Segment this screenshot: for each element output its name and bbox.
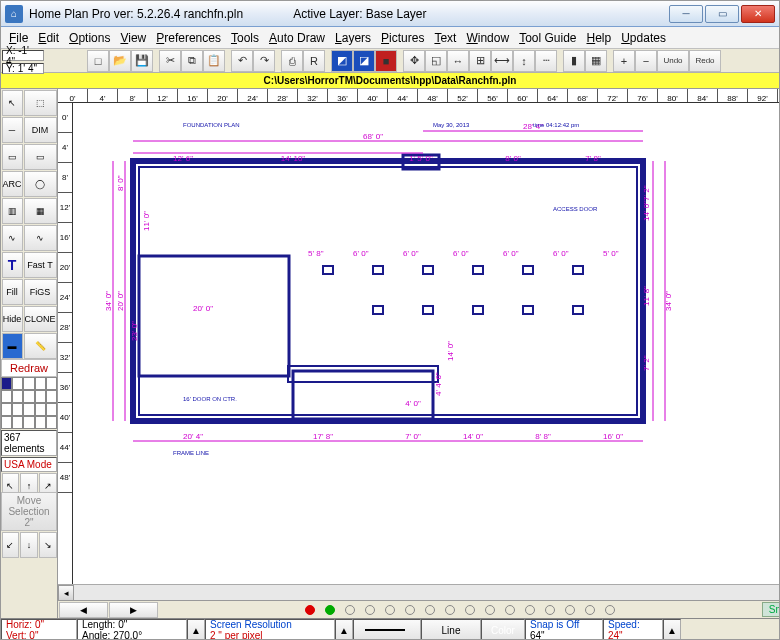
swatch-8[interactable] — [35, 390, 46, 403]
tool-dim[interactable]: DIM — [24, 117, 57, 143]
layer-dot-2[interactable] — [345, 605, 355, 615]
swatch-10[interactable] — [1, 403, 12, 416]
undo-button[interactable]: ↶ — [231, 50, 253, 72]
layer-dot-9[interactable] — [485, 605, 495, 615]
minimize-button[interactable]: ─ — [669, 5, 703, 23]
menu-edit[interactable]: Edit — [38, 31, 59, 45]
layer-dot-15[interactable] — [605, 605, 615, 615]
swatch-2[interactable] — [23, 377, 34, 390]
layer-dot-8[interactable] — [465, 605, 475, 615]
swatch-16[interactable] — [12, 416, 23, 429]
swatch-13[interactable] — [35, 403, 46, 416]
swatch-9[interactable] — [46, 390, 57, 403]
grid-button[interactable]: ▦ — [585, 50, 607, 72]
menu-file[interactable]: File — [9, 31, 28, 45]
swatch-3[interactable] — [35, 377, 46, 390]
menu-pictures[interactable]: Pictures — [381, 31, 424, 45]
tool-curve2[interactable]: ∿ — [24, 225, 57, 251]
nudge-down-left[interactable]: ↙ — [2, 532, 20, 558]
tool-circle[interactable]: ◯ — [24, 171, 57, 197]
tool-figs[interactable]: FiGS — [24, 279, 57, 305]
drawing-canvas[interactable]: 68' 0" 28' 4" 12' 6" 14' 10" 1' 5' 0" 8'… — [73, 103, 780, 584]
maximize-button[interactable]: ▭ — [705, 5, 739, 23]
tool-clone[interactable]: CLONE — [24, 306, 57, 332]
zoom-in-button[interactable]: + — [613, 50, 635, 72]
menu-tools[interactable]: Tools — [231, 31, 259, 45]
center-button[interactable]: ✥ — [403, 50, 425, 72]
layer-dot-0[interactable] — [305, 605, 315, 615]
tool-curve[interactable]: ∿ — [2, 225, 23, 251]
tool-fast-t[interactable]: Fast T — [24, 252, 57, 278]
menu-view[interactable]: View — [120, 31, 146, 45]
handle-button[interactable]: ◱ — [425, 50, 447, 72]
layer-dot-6[interactable] — [425, 605, 435, 615]
tool-b-button[interactable]: ◪ — [353, 50, 375, 72]
swatch-12[interactable] — [23, 403, 34, 416]
col-button[interactable]: ▮ — [563, 50, 585, 72]
swatch-4[interactable] — [46, 377, 57, 390]
swatch-18[interactable] — [35, 416, 46, 429]
tool-hide[interactable]: Hide — [2, 306, 23, 332]
menu-tool-guide[interactable]: Tool Guide — [519, 31, 576, 45]
color-button[interactable]: Color — [481, 619, 525, 640]
dim-h-button[interactable]: ⟷ — [491, 50, 513, 72]
tool-grid[interactable]: ▦ — [24, 198, 57, 224]
swatch-1[interactable] — [12, 377, 23, 390]
layer-dot-7[interactable] — [445, 605, 455, 615]
layer-dot-13[interactable] — [565, 605, 575, 615]
layer-dot-1[interactable] — [325, 605, 335, 615]
scroll-left-icon[interactable]: ◂ — [58, 585, 74, 601]
tool-rect-o[interactable]: ▭ — [24, 144, 57, 170]
arrows-button[interactable]: ↔ — [447, 50, 469, 72]
length-up[interactable]: ▲ — [187, 619, 205, 640]
tool-blue[interactable]: ▬ — [2, 333, 23, 359]
print-button[interactable]: ⎙ — [281, 50, 303, 72]
redraw-button[interactable]: Redraw — [1, 359, 57, 377]
tool-select[interactable]: ⬚ — [24, 90, 57, 116]
redo2-button[interactable]: Redo — [689, 50, 721, 72]
dim-v-button[interactable]: ↕ — [513, 50, 535, 72]
line-style-button[interactable] — [353, 619, 421, 640]
layer-dot-4[interactable] — [385, 605, 395, 615]
swatch-7[interactable] — [23, 390, 34, 403]
save-button[interactable]: 💾 — [131, 50, 153, 72]
swatch-14[interactable] — [46, 403, 57, 416]
layer-dot-10[interactable] — [505, 605, 515, 615]
tool-rect[interactable]: ▭ — [2, 144, 23, 170]
menu-window[interactable]: Window — [466, 31, 509, 45]
layer-dot-14[interactable] — [585, 605, 595, 615]
menu-help[interactable]: Help — [587, 31, 612, 45]
swatch-15[interactable] — [1, 416, 12, 429]
menu-layers[interactable]: Layers — [335, 31, 371, 45]
swatch-6[interactable] — [12, 390, 23, 403]
snap-button[interactable]: ⊞ — [469, 50, 491, 72]
menu-preferences[interactable]: Preferences — [156, 31, 221, 45]
swatch-5[interactable] — [1, 390, 12, 403]
swatch-19[interactable] — [46, 416, 57, 429]
swatch-17[interactable] — [23, 416, 34, 429]
reg-button[interactable]: R — [303, 50, 325, 72]
undo2-button[interactable]: Undo — [657, 50, 689, 72]
tool-red-button[interactable]: ■ — [375, 50, 397, 72]
nudge-down-right[interactable]: ↘ — [39, 532, 57, 558]
tool-line[interactable]: ─ — [2, 117, 23, 143]
tool-fill[interactable]: Fill — [2, 279, 23, 305]
redo-button[interactable]: ↷ — [253, 50, 275, 72]
new-button[interactable]: □ — [87, 50, 109, 72]
nudge-down[interactable]: ↓ — [20, 532, 38, 558]
seg-next[interactable]: ▶ — [109, 602, 158, 618]
status-line[interactable]: Line — [421, 619, 481, 640]
layer-dot-3[interactable] — [365, 605, 375, 615]
tool-meas[interactable]: 📏 — [24, 333, 57, 359]
paste-button[interactable]: 📋 — [203, 50, 225, 72]
cut-button[interactable]: ✂ — [159, 50, 181, 72]
res-up[interactable]: ▲ — [335, 619, 353, 640]
zoom-out-button[interactable]: − — [635, 50, 657, 72]
tool-a-button[interactable]: ◩ — [331, 50, 353, 72]
speed-up[interactable]: ▲ — [663, 619, 681, 640]
tool-arc[interactable]: ARC — [2, 171, 23, 197]
menu-options[interactable]: Options — [69, 31, 110, 45]
menu-text[interactable]: Text — [434, 31, 456, 45]
close-button[interactable]: ✕ — [741, 5, 775, 23]
seg-prev[interactable]: ◀ — [59, 602, 108, 618]
